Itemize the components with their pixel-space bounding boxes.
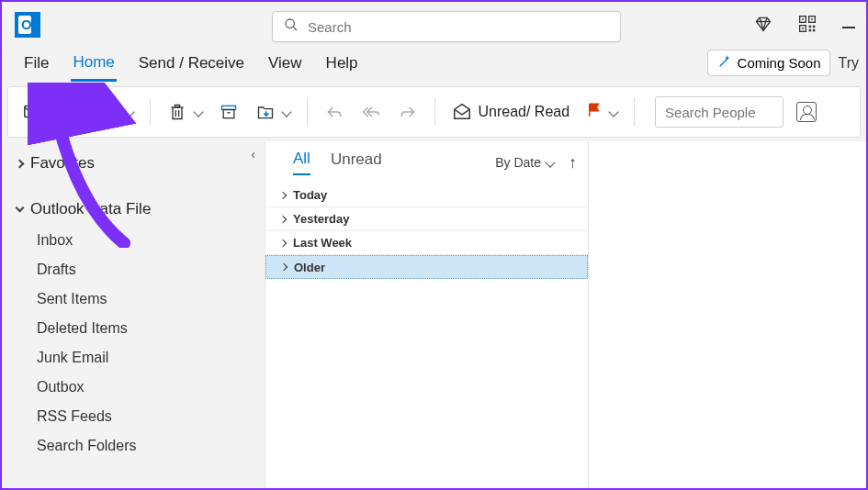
folder-outbox[interactable]: Outbox xyxy=(13,373,265,402)
delete-button[interactable] xyxy=(162,98,208,126)
separator xyxy=(150,98,151,126)
flag-button[interactable] xyxy=(581,98,623,127)
svg-rect-11 xyxy=(813,29,816,32)
favorites-group[interactable]: Favorites xyxy=(13,147,265,180)
reply-icon xyxy=(324,102,344,122)
chevron-down-icon xyxy=(16,204,25,213)
sort-control[interactable]: By Date ↑ xyxy=(495,153,577,173)
svg-rect-5 xyxy=(802,18,804,20)
folder-junk[interactable]: Junk Email xyxy=(13,343,265,373)
chevron-right-icon xyxy=(16,159,25,168)
reply-all-button[interactable] xyxy=(355,98,387,126)
wand-icon xyxy=(717,54,732,72)
svg-point-0 xyxy=(286,19,294,28)
reply-button[interactable] xyxy=(319,98,350,126)
window-minimize-button[interactable] xyxy=(842,27,855,28)
tab-view[interactable]: View xyxy=(266,50,304,80)
chevron-right-icon xyxy=(279,215,287,222)
folder-drafts[interactable]: Drafts xyxy=(13,255,265,284)
reading-pane xyxy=(588,141,866,490)
separator xyxy=(634,98,635,126)
coming-soon-label: Coming Soon xyxy=(738,55,821,71)
collapse-pane-icon[interactable]: ‹ xyxy=(251,147,255,161)
reply-all-icon xyxy=(361,102,381,122)
tab-help[interactable]: Help xyxy=(324,50,360,80)
chevron-down-icon xyxy=(545,157,555,167)
forward-button[interactable] xyxy=(392,98,423,126)
date-group-yesterday[interactable]: Yesterday xyxy=(265,207,588,231)
global-search[interactable]: Search xyxy=(272,11,621,42)
chevron-right-icon xyxy=(279,191,287,198)
message-list-pane: All Unread By Date ↑ Today Yesterday Las… xyxy=(265,141,588,490)
envelope-icon xyxy=(452,102,472,122)
chevron-down-icon xyxy=(194,106,204,117)
favorites-label: Favorites xyxy=(30,154,95,173)
flag-icon xyxy=(586,102,603,123)
filter-all[interactable]: All xyxy=(293,150,310,175)
qr-icon[interactable] xyxy=(798,15,817,37)
outlook-app-icon xyxy=(15,12,40,38)
sort-label: By Date xyxy=(495,155,541,170)
try-label[interactable]: Try xyxy=(838,55,859,72)
filter-unread[interactable]: Unread xyxy=(331,150,382,174)
content-area: ‹ Favorites Outlook Data File Inbox Draf… xyxy=(2,141,866,490)
group-today-label: Today xyxy=(293,188,327,202)
address-book-icon[interactable] xyxy=(796,102,817,122)
coming-soon-button[interactable]: Coming Soon xyxy=(707,50,831,76)
ribbon-tabs: File Home Send / Receive View Help Comin… xyxy=(2,48,866,83)
svg-rect-7 xyxy=(802,28,804,29)
new-email-icon xyxy=(23,102,43,122)
svg-line-1 xyxy=(293,27,297,30)
archive-button[interactable] xyxy=(213,98,244,126)
new-email-button[interactable]: New Email xyxy=(17,98,139,126)
title-bar: Search xyxy=(2,2,866,48)
svg-rect-6 xyxy=(811,18,813,20)
premium-icon[interactable] xyxy=(754,15,772,37)
tab-file[interactable]: File xyxy=(22,50,51,80)
move-icon xyxy=(255,102,276,122)
svg-rect-9 xyxy=(813,26,816,28)
search-icon xyxy=(284,17,299,36)
folder-inbox[interactable]: Inbox xyxy=(13,226,265,255)
unread-read-label: Unread/ Read xyxy=(478,104,569,120)
message-list-header: All Unread By Date ↑ xyxy=(265,141,588,184)
chevron-right-icon xyxy=(280,263,287,271)
group-older-label: Older xyxy=(294,261,325,274)
folder-search[interactable]: Search Folders xyxy=(13,431,265,461)
date-group-today[interactable]: Today xyxy=(265,184,588,207)
group-lastweek-label: Last Week xyxy=(293,236,352,250)
chevron-right-icon xyxy=(279,239,287,246)
svg-rect-8 xyxy=(809,26,812,28)
date-group-older[interactable]: Older xyxy=(265,255,588,279)
search-people[interactable] xyxy=(655,96,783,128)
chevron-down-icon xyxy=(282,106,292,117)
folder-deleted[interactable]: Deleted Items xyxy=(13,314,265,343)
datafile-group[interactable]: Outlook Data File xyxy=(13,193,265,226)
separator xyxy=(434,98,435,126)
trash-icon xyxy=(167,102,187,122)
chevron-down-icon xyxy=(125,106,135,117)
toolbar: New Email U xyxy=(7,86,861,138)
move-button[interactable] xyxy=(250,98,296,126)
tab-send-receive[interactable]: Send / Receive xyxy=(137,50,246,80)
sort-direction-icon[interactable]: ↑ xyxy=(569,153,577,173)
unread-read-button[interactable]: Unread/ Read xyxy=(446,98,575,126)
svg-rect-10 xyxy=(809,29,812,32)
tab-home[interactable]: Home xyxy=(71,50,116,82)
datafile-label: Outlook Data File xyxy=(30,200,151,218)
new-email-label: New Email xyxy=(49,104,118,120)
forward-icon xyxy=(398,102,418,122)
separator xyxy=(307,98,308,126)
folder-pane: ‹ Favorites Outlook Data File Inbox Draf… xyxy=(2,141,265,490)
search-placeholder: Search xyxy=(308,19,352,35)
chevron-down-icon xyxy=(608,106,618,117)
svg-rect-14 xyxy=(224,110,235,118)
date-group-lastweek[interactable]: Last Week xyxy=(265,231,588,255)
archive-icon xyxy=(219,102,239,122)
search-people-input[interactable] xyxy=(655,96,783,128)
folder-sent[interactable]: Sent Items xyxy=(13,284,265,314)
folder-rss[interactable]: RSS Feeds xyxy=(13,402,265,431)
group-yesterday-label: Yesterday xyxy=(293,212,349,226)
